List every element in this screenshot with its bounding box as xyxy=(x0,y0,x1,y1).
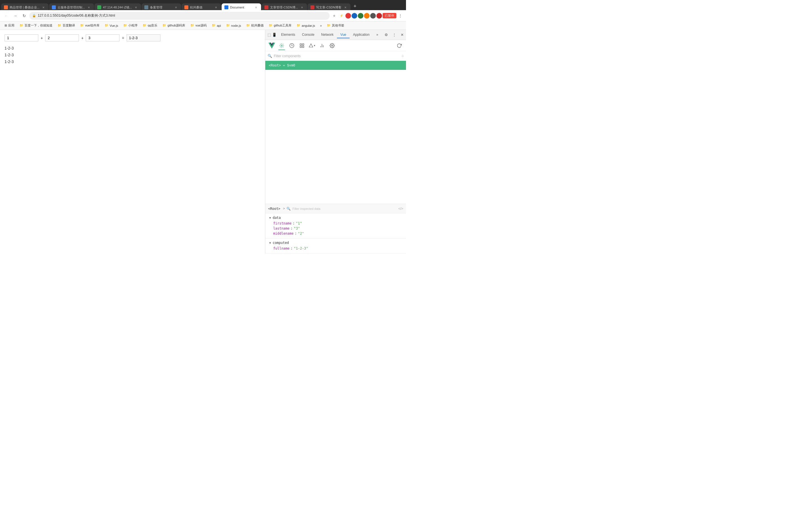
ext-6[interactable] xyxy=(376,13,382,18)
bookmark-mini[interactable]: 📁 小程序 xyxy=(121,22,140,29)
middlename-input[interactable] xyxy=(45,34,79,41)
tab-close-7[interactable]: ✕ xyxy=(300,5,304,10)
browser-tab-2[interactable]: 云服务器管理控制... ✕ xyxy=(49,3,94,10)
device-toolbar-button[interactable]: 📱 xyxy=(272,31,276,39)
bookmark-other[interactable]: 📁 其他书签 xyxy=(324,22,347,29)
edit-component-button[interactable]: </> xyxy=(398,207,403,211)
filter-inspected-icon: 🔍 xyxy=(287,207,291,211)
ext-5[interactable] xyxy=(370,13,376,18)
result-display: 1-2-3 xyxy=(126,34,160,41)
devtools-settings-button[interactable]: ⚙ xyxy=(383,31,390,39)
bookmark-hangzhou[interactable]: 📁 杭州桑德 xyxy=(244,22,266,29)
tab-elements[interactable]: Elements xyxy=(278,32,299,38)
bookmark-api[interactable]: 📁 api xyxy=(209,23,223,28)
filter-refresh-icon[interactable]: ○ xyxy=(402,54,404,58)
bookmarks-bar: ⊞ 应用 📁 百度一下，你就知道 📁 百度翻译 📁 vue组件库 📁 Vue.j… xyxy=(0,21,406,30)
tab-console[interactable]: Console xyxy=(299,32,318,38)
computed-section-header[interactable]: ▼ computed xyxy=(269,241,403,245)
vue-filter-bar: 🔍 ○ xyxy=(265,51,406,61)
vue-components-button[interactable] xyxy=(277,41,286,50)
browser-tab-3[interactable]: 47.114.48.244 iZ镜... ✕ xyxy=(94,3,141,10)
bookmark-more[interactable]: » xyxy=(318,23,324,28)
component-filter-input[interactable] xyxy=(274,54,402,58)
lastname-input[interactable] xyxy=(86,34,119,41)
tab-close-6[interactable]: ✕ xyxy=(254,5,258,10)
browser-tab-6[interactable]: Document ✕ xyxy=(221,3,261,10)
vue-devtools-toolbar: ▾ xyxy=(265,40,406,51)
bookmark-vue-src-label: vue源码 xyxy=(195,23,207,27)
operator-2: + xyxy=(81,36,84,40)
menu-button[interactable]: ⋮ xyxy=(397,12,404,19)
inspect-element-button[interactable]: ⬚ xyxy=(267,31,271,39)
vue-vuex-button[interactable] xyxy=(297,41,306,50)
tab-application[interactable]: Application xyxy=(350,32,373,38)
reload-button[interactable]: ↻ xyxy=(20,12,28,20)
bookmark-baidu2[interactable]: 📁 百度翻译 xyxy=(55,22,77,29)
ext-1[interactable] xyxy=(345,13,351,18)
vue-settings-button[interactable] xyxy=(327,41,337,50)
new-tab-button[interactable]: + xyxy=(351,2,359,10)
svg-point-10 xyxy=(332,45,333,46)
star-button[interactable]: ★ xyxy=(331,12,338,19)
vue-refresh-button[interactable] xyxy=(395,41,404,50)
url-text: 127.0.0.1:5501/day05/code/06.名称案例-方式3.ht… xyxy=(38,13,327,18)
data-section-header[interactable]: ▼ data xyxy=(269,216,403,220)
filter-inspected-input[interactable] xyxy=(292,207,396,210)
firstname-input[interactable] xyxy=(4,34,38,41)
browser-tab-1[interactable]: 商品管理 | 桑德企业... ✕ xyxy=(1,3,49,10)
tab-close-2[interactable]: ✕ xyxy=(87,5,91,10)
vue-routing-button[interactable]: ▾ xyxy=(308,41,316,50)
svg-rect-5 xyxy=(303,46,304,47)
inspected-header: <Root> > 🔍 </> xyxy=(265,204,406,214)
data-row-lastname: lastname : "3" xyxy=(269,226,403,231)
bookmark-vue-comp[interactable]: 📁 vue组件库 xyxy=(78,22,102,29)
browser-tab-7[interactable]: 文章管理-CSDN博... ✕ xyxy=(262,3,307,10)
bookmark-angular[interactable]: 📁 angular.js xyxy=(294,23,317,28)
address-bar[interactable]: 🔒 127.0.0.1:5501/day05/code/06.名称案例-方式3.… xyxy=(29,12,329,20)
devtools-more-button[interactable]: ⋮ xyxy=(391,31,398,39)
data-row-fullname: fullname : "1-2-3" xyxy=(269,246,403,251)
back-button[interactable]: ← xyxy=(2,12,10,20)
browser-tab-5[interactable]: 杭州桑德 ✕ xyxy=(182,3,221,10)
bookmark-vuejs[interactable]: 📁 Vue.js xyxy=(102,23,120,28)
tab-close-4[interactable]: ✕ xyxy=(174,5,178,10)
ext-4[interactable] xyxy=(364,13,370,18)
tab-close-5[interactable]: ✕ xyxy=(214,5,218,10)
output-line-1: 1-2-3 xyxy=(4,46,260,50)
tab-favicon-5 xyxy=(185,5,188,9)
bookmark-baidu1[interactable]: 📁 百度一下，你就知道 xyxy=(17,22,55,29)
data-key-fullname: fullname xyxy=(273,246,290,250)
bookmark-github-src-label: github源码库 xyxy=(167,23,185,27)
tab-vue[interactable]: Vue xyxy=(337,32,350,38)
devtools-close-button[interactable]: ✕ xyxy=(398,31,406,39)
bookmark-vue-src[interactable]: 📁 vue源码 xyxy=(188,22,209,29)
tab-network[interactable]: Network xyxy=(318,32,337,38)
forward-button[interactable]: → xyxy=(11,12,19,20)
tree-item-root[interactable]: <Root> = $vm0 xyxy=(265,61,406,70)
tab-title-3: 47.114.48.244 iZ镜... xyxy=(103,5,132,10)
data-value-middlename: "2" xyxy=(298,231,304,235)
bookmark-nodejs[interactable]: 📁 node.js xyxy=(224,23,243,28)
vue-performance-button[interactable] xyxy=(317,41,326,50)
vue-history-button[interactable] xyxy=(287,41,296,50)
data-colon-4: : xyxy=(291,246,293,250)
ext-2[interactable] xyxy=(352,13,357,18)
browser-tab-8[interactable]: 写文章-CSDN博客 ✕ xyxy=(308,3,350,10)
extensions-button[interactable]: ⚡ xyxy=(338,12,345,19)
bookmark-github-src[interactable]: 📁 github源码库 xyxy=(160,22,188,29)
tab-title-4: 备案管理 xyxy=(150,5,172,10)
tab-close-1[interactable]: ✕ xyxy=(41,5,46,10)
tab-close-3[interactable]: ✕ xyxy=(134,5,138,10)
tab-close-8[interactable]: ✕ xyxy=(343,5,348,10)
data-key-firstname: firstname xyxy=(273,221,292,225)
tab-more[interactable]: » xyxy=(373,32,382,38)
bookmark-apps[interactable]: ⊞ 应用 xyxy=(2,22,17,29)
bookmark-nodejs-label: node.js xyxy=(231,24,241,27)
bookmark-qq[interactable]: 📁 qq音乐 xyxy=(140,22,160,29)
pause-button[interactable]: 已暂停 xyxy=(383,13,396,18)
operator-1: + xyxy=(41,36,43,40)
ext-3[interactable] xyxy=(358,13,363,18)
bookmark-github-tools[interactable]: 📁 github工具库 xyxy=(266,22,294,29)
data-key-lastname: lastname xyxy=(273,226,290,230)
browser-tab-4[interactable]: 备案管理 ✕ xyxy=(142,3,181,10)
